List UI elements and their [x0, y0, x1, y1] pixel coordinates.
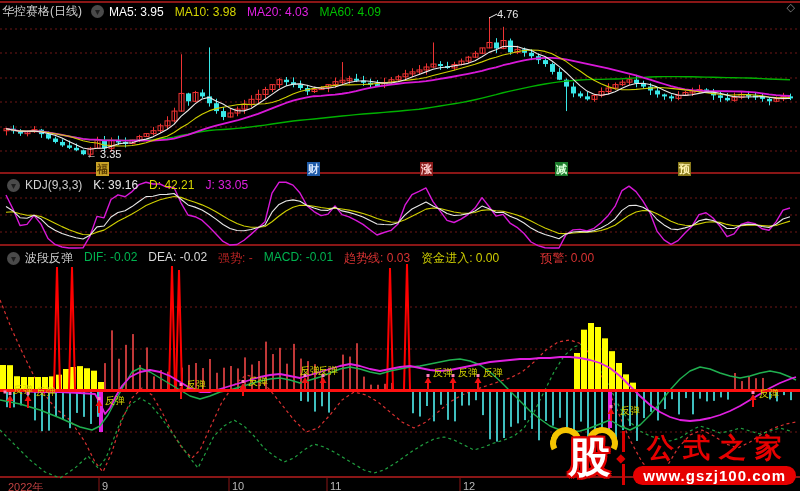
- indicator-field-1: DEA: -0.02: [148, 250, 207, 267]
- corner-diamond-icon[interactable]: ◇: [787, 1, 795, 14]
- bull-logo: 股: [556, 427, 616, 489]
- panel-collapse-icon[interactable]: ▾: [7, 179, 20, 192]
- rebound-label: 反弹: [300, 366, 320, 376]
- indicator-field-4: 趋势线: 0.03: [344, 250, 410, 267]
- rebound-label: 反弹: [105, 396, 125, 406]
- indicator-field-2: 强势: -: [218, 250, 253, 267]
- month-label-2: 11: [330, 480, 341, 491]
- ma-values: MA5: 3.95MA10: 3.98MA20: 4.03MA60: 4.09: [109, 5, 392, 19]
- indicator-field-3: MACD: -0.01: [264, 250, 333, 267]
- ma-value-3: MA60: 4.09: [319, 5, 380, 19]
- rebound-label: 反弹: [620, 406, 640, 416]
- diamond-icon: ◆: [616, 452, 625, 464]
- stock-title: 华控赛格(日线): [2, 3, 82, 20]
- rebound-label: 反弹: [36, 387, 56, 397]
- watermark-char-1: 财: [307, 162, 320, 176]
- watermark-char-3: 减: [555, 162, 568, 176]
- kdj-d-value: D: 42.21: [149, 178, 194, 192]
- kdj-panel-header: ▾ KDJ(9,3,3) K: 39.16 D: 42.21 J: 33.05: [2, 178, 259, 192]
- ma-value-0: MA5: 3.95: [109, 5, 164, 19]
- indicator-values: DIF: -0.02DEA: -0.02强势: -MACD: -0.01趋势线:…: [84, 250, 605, 267]
- indicator-field-6: 预警: 0.00: [540, 250, 594, 267]
- indicator-field-0: DIF: -0.02: [84, 250, 137, 267]
- rebound-label: 反弹: [318, 366, 338, 376]
- month-label-3: 12: [463, 480, 475, 491]
- kdj-j-value: J: 33.05: [205, 178, 248, 192]
- indicator-field-5: 资金进入: 0.00: [421, 250, 499, 267]
- ma-value-2: MA20: 4.03: [247, 5, 308, 19]
- rebound-label: 反弹: [248, 377, 268, 387]
- panel-collapse-icon[interactable]: ▾: [91, 5, 104, 18]
- logo-divider: ◆: [622, 431, 625, 485]
- rebound-label: 反弹: [483, 368, 503, 378]
- rebound-label: 反弹: [759, 389, 779, 399]
- watermark-char-4: 预: [678, 162, 691, 176]
- rebound-label: 反弹: [13, 385, 33, 395]
- month-label-0: 9: [102, 480, 108, 491]
- ma-value-1: MA10: 3.98: [175, 5, 236, 19]
- logo-character: 股: [568, 433, 610, 483]
- kdj-title: KDJ(9,3,3): [25, 178, 82, 192]
- year-label: 2022年: [8, 480, 43, 491]
- top-panel-header: 华控赛格(日线) ▾ MA5: 3.95MA10: 3.98MA20: 4.03…: [2, 3, 392, 20]
- watermark-char-2: 涨: [420, 162, 433, 176]
- stock-app-window: 华控赛格(日线) ▾ MA5: 3.95MA10: 3.98MA20: 4.03…: [0, 0, 800, 491]
- site-url[interactable]: www.gszj100.com: [633, 466, 796, 485]
- watermark-char-0: 福: [96, 162, 109, 176]
- kdj-k-value: K: 39.16: [93, 178, 138, 192]
- brand-name: 公式之家: [638, 432, 791, 464]
- chart-canvas[interactable]: [0, 0, 800, 491]
- bottom-panel-header: ▾ 波段反弹 DIF: -0.02DEA: -0.02强势: -MACD: -0…: [2, 250, 605, 267]
- rebound-label: 反弹: [186, 380, 206, 390]
- indicator-title: 波段反弹: [25, 250, 73, 267]
- month-label-1: 10: [232, 480, 244, 491]
- high-price-label: 4.76: [497, 8, 518, 20]
- site-logo[interactable]: 股 ◆ 公式之家 www.gszj100.com: [556, 427, 796, 489]
- low-price-label: ← 3.35: [86, 148, 121, 160]
- rebound-label: 反弹: [458, 368, 478, 378]
- rebound-label: 反弹: [433, 368, 453, 378]
- panel-collapse-icon[interactable]: ▾: [7, 252, 20, 265]
